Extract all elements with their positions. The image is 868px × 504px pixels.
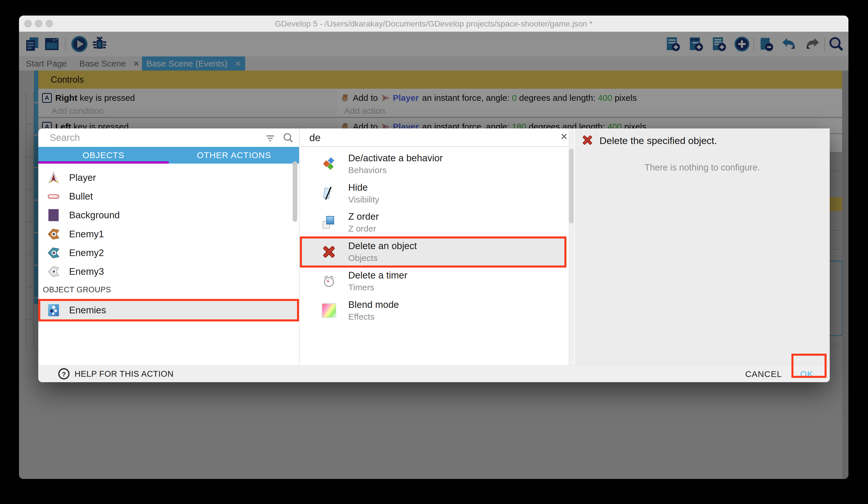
help-link[interactable]: HELP FOR THIS ACTION xyxy=(74,365,174,382)
action-row-z-order[interactable]: Z order Z order xyxy=(299,208,567,237)
action-title: Z order xyxy=(348,211,379,222)
tab-other-actions[interactable]: OTHER ACTIONS xyxy=(169,147,299,164)
action-row-delete-object[interactable]: Delete an object Objects xyxy=(299,238,567,266)
action-list-scrollbar-thumb[interactable] xyxy=(569,149,574,223)
blend-mode-icon xyxy=(322,303,336,317)
player-sprite-icon xyxy=(47,171,60,184)
search-underline xyxy=(301,146,574,147)
object-label: Enemy1 xyxy=(69,229,104,240)
action-category: Behaviors xyxy=(348,165,386,175)
dialog-footer: ? HELP FOR THIS ACTION CANCEL OK xyxy=(38,365,830,382)
behavior-icon xyxy=(322,157,336,171)
action-title: De/activate a behavior xyxy=(348,153,443,164)
instruction-editor-dialog: Search OBJECTS OTHER ACTIONS xyxy=(38,129,830,382)
object-row-enemy2[interactable]: Enemy2 xyxy=(38,243,291,262)
annotation-rect-ok xyxy=(792,354,827,378)
svg-text:?: ? xyxy=(62,370,66,378)
background-sprite-icon xyxy=(47,209,60,222)
titlebar: GDevelop 5 - /Users/dkarakay/Documents/G… xyxy=(19,16,848,32)
action-config-panel: Delete the specified object. There is no… xyxy=(575,129,830,365)
action-category: Timers xyxy=(348,283,374,292)
object-label: Background xyxy=(69,210,120,221)
action-row-hide[interactable]: Hide Visibility xyxy=(299,179,567,208)
object-label: Enemy3 xyxy=(69,266,104,277)
timer-clock-icon xyxy=(322,274,336,288)
window-title: GDevelop 5 - /Users/dkarakay/Documents/G… xyxy=(19,16,848,32)
bullet-sprite-icon xyxy=(47,190,60,203)
object-row-player[interactable]: Player xyxy=(38,168,291,187)
action-category: Effects xyxy=(348,312,374,322)
action-title: Blend mode xyxy=(348,299,399,310)
annotation-rect-delete-object xyxy=(300,236,566,268)
action-row-blend-mode[interactable]: Blend mode Effects xyxy=(299,296,567,325)
delete-object-icon xyxy=(582,134,593,146)
action-search-column: de × De/activate a behavior Behaviors xyxy=(299,129,575,365)
search-icon[interactable] xyxy=(282,132,294,144)
object-row-enemy3[interactable]: Enemy3 xyxy=(38,262,291,281)
action-row-delete-timer[interactable]: Delete a timer Timers xyxy=(299,267,567,296)
object-row-enemy1[interactable]: Enemy1 xyxy=(38,225,291,243)
action-category: Visibility xyxy=(348,195,379,204)
active-tab-underline xyxy=(38,161,169,164)
group-row-enemies[interactable]: Enemies xyxy=(38,299,299,321)
action-title: Hide xyxy=(348,182,368,193)
enemy1-sprite-icon xyxy=(47,228,60,241)
action-search-input[interactable]: de xyxy=(309,129,321,147)
config-empty-message: There is nothing to configure. xyxy=(575,162,830,173)
z-order-icon xyxy=(322,215,336,230)
object-row-bullet[interactable]: Bullet xyxy=(38,187,291,205)
enemy2-sprite-icon xyxy=(47,246,60,260)
object-label: Enemy2 xyxy=(69,248,104,258)
object-groups-header: OBJECT GROUPS xyxy=(43,285,111,294)
gdevelop-window: GDevelop 5 - /Users/dkarakay/Documents/G… xyxy=(19,16,848,479)
hide-visibility-icon xyxy=(322,186,336,200)
config-panel-title: Delete the specified object. xyxy=(599,132,717,149)
selector-tabbar: OBJECTS OTHER ACTIONS xyxy=(38,147,299,164)
annotation-rect-enemies xyxy=(38,299,299,321)
enemy3-sprite-icon xyxy=(47,265,60,278)
screen: GDevelop 5 - /Users/dkarakay/Documents/G… xyxy=(0,0,868,504)
action-title: Delete a timer xyxy=(348,270,407,281)
object-list-scrollbar[interactable] xyxy=(293,161,297,222)
action-row-deactivate-behavior[interactable]: De/activate a behavior Behaviors xyxy=(299,150,567,179)
object-label: Bullet xyxy=(69,191,93,202)
action-category: Z order xyxy=(348,224,376,234)
object-label: Player xyxy=(69,172,96,183)
cancel-button[interactable]: CANCEL xyxy=(735,365,792,382)
help-icon[interactable]: ? xyxy=(58,368,70,380)
object-search-input[interactable]: Search xyxy=(50,129,80,147)
filter-icon[interactable] xyxy=(265,132,276,144)
object-selector-column: Search OBJECTS OTHER ACTIONS xyxy=(38,129,299,365)
object-row-background[interactable]: Background xyxy=(38,205,291,224)
